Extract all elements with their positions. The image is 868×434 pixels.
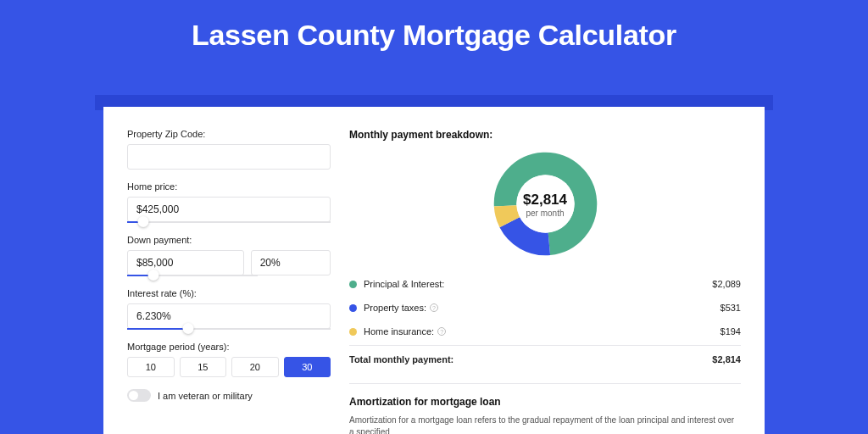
legend-row: Property taxes: ?$531 <box>349 296 741 320</box>
down-payment-label: Down payment: <box>127 235 331 245</box>
interest-slider[interactable] <box>127 328 331 330</box>
info-icon[interactable]: ? <box>437 327 446 336</box>
period-field: Mortgage period (years): 10152030 <box>127 342 331 377</box>
calculator-card: Property Zip Code: Home price: Down paym… <box>103 107 765 434</box>
period-option-30[interactable]: 30 <box>284 357 331 377</box>
legend-label: Home insurance: ? <box>364 326 721 337</box>
veteran-toggle[interactable] <box>127 389 151 402</box>
breakdown-heading: Monthly payment breakdown: <box>349 129 741 141</box>
legend: Principal & Interest:$2,089Property taxe… <box>349 272 741 343</box>
legend-value: $194 <box>721 326 741 337</box>
legend-label: Principal & Interest: <box>364 279 712 289</box>
veteran-toggle-row: I am veteran or military <box>127 389 331 402</box>
down-payment-field: Down payment: <box>127 235 331 276</box>
amortization-text: Amortization for a mortgage loan refers … <box>349 415 741 434</box>
zip-input[interactable] <box>127 144 331 170</box>
period-label: Mortgage period (years): <box>127 342 331 352</box>
legend-dot <box>349 304 357 312</box>
veteran-toggle-knob <box>129 391 138 400</box>
legend-value: $2,089 <box>712 279 741 289</box>
home-price-field: Home price: <box>127 181 331 223</box>
home-price-label: Home price: <box>127 181 331 192</box>
home-price-slider[interactable] <box>127 221 331 223</box>
form-column: Property Zip Code: Home price: Down paym… <box>127 129 331 434</box>
zip-label: Property Zip Code: <box>127 129 331 139</box>
donut-chart: $2,814 per month <box>349 151 741 257</box>
period-option-10[interactable]: 10 <box>127 357 175 377</box>
legend-label: Property taxes: ? <box>364 303 721 313</box>
amortization-section: Amortization for mortgage loan Amortizat… <box>349 383 741 434</box>
info-icon[interactable]: ? <box>430 303 438 312</box>
donut-amount: $2,814 <box>523 191 567 208</box>
total-label: Total monthly payment: <box>349 354 712 364</box>
legend-row: Home insurance: ?$194 <box>349 320 741 343</box>
period-option-15[interactable]: 15 <box>180 357 227 377</box>
veteran-label: I am veteran or military <box>158 391 253 401</box>
home-price-slider-thumb[interactable] <box>138 216 149 227</box>
down-payment-input[interactable] <box>127 250 244 275</box>
interest-slider-thumb[interactable] <box>183 323 194 334</box>
amortization-title: Amortization for mortgage loan <box>349 396 741 408</box>
legend-value: $531 <box>721 303 741 313</box>
interest-slider-fill <box>127 328 188 330</box>
home-price-input[interactable] <box>127 197 331 222</box>
donut-center: $2,814 per month <box>523 191 567 217</box>
legend-dot <box>349 281 357 288</box>
page-title: Lassen County Mortgage Calculator <box>0 0 868 67</box>
zip-field: Property Zip Code: <box>127 129 331 170</box>
legend-total-row: Total monthly payment: $2,814 <box>349 345 741 371</box>
legend-row: Principal & Interest:$2,089 <box>349 272 741 296</box>
down-payment-pct-input[interactable] <box>251 250 331 275</box>
legend-dot <box>349 328 357 336</box>
down-payment-slider-thumb[interactable] <box>147 270 159 281</box>
period-option-20[interactable]: 20 <box>231 357 279 377</box>
interest-field: Interest rate (%): <box>127 288 331 330</box>
donut-sub: per month <box>523 208 567 217</box>
down-payment-slider[interactable] <box>127 275 258 276</box>
interest-label: Interest rate (%): <box>127 288 331 298</box>
period-options: 10152030 <box>127 357 331 377</box>
interest-input[interactable] <box>127 303 331 329</box>
total-value: $2,814 <box>712 354 741 364</box>
breakdown-column: Monthly payment breakdown: $2,814 per mo… <box>349 129 741 434</box>
